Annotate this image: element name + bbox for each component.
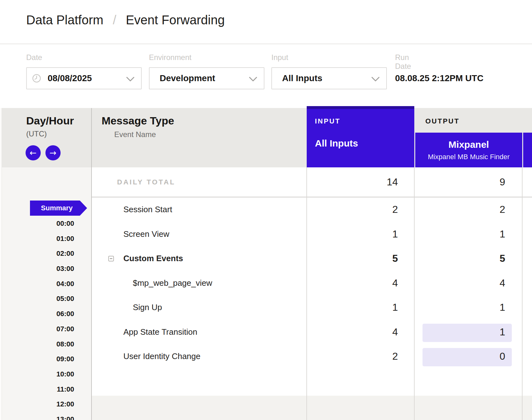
hour-label[interactable]: 10:00 xyxy=(0,367,74,382)
input-filter-label: Input xyxy=(271,53,288,62)
row-output-value: 1 xyxy=(436,295,505,320)
filter-bar: Date 08/08/2025 Environment Development xyxy=(0,44,532,108)
hour-label[interactable]: 13:00 xyxy=(0,412,74,420)
output-column-header-mixpanel[interactable]: Mixpanel Mixpanel MB Music Finder xyxy=(415,133,522,167)
row-output-value: 1 xyxy=(436,222,505,247)
daily-total-row: DAILY TOTAL 14 9 xyxy=(0,167,532,197)
row-output-value: 1 xyxy=(436,320,505,345)
date-select[interactable]: 08/08/2025 xyxy=(26,67,142,89)
table-row: Session Start 2 2 xyxy=(0,197,532,222)
input-column-name: All Inputs xyxy=(315,138,414,149)
row-output-value: 2 xyxy=(436,197,505,222)
table-row: App State Transition 4 1 xyxy=(0,320,532,345)
table-row: $mp_web_page_view 4 4 xyxy=(0,271,532,296)
output-connection-name: Mixpanel MB Music Finder xyxy=(428,153,510,161)
table-row: Screen View 1 1 xyxy=(0,222,532,247)
environment-filter-label: Environment xyxy=(149,53,192,62)
row-input-value: 4 xyxy=(328,320,398,345)
breadcrumb: Data Platform / Event Forwarding xyxy=(0,0,532,44)
table-row-custom-events: Custom Events 5 5 xyxy=(0,246,532,271)
row-input-value: 2 xyxy=(328,344,398,369)
table-row: User Identity Change 2 0 xyxy=(0,344,532,369)
collapse-minus-icon[interactable] xyxy=(108,256,114,261)
row-input-value: 5 xyxy=(328,246,398,271)
input-value: All Inputs xyxy=(282,73,322,83)
table-row: Sign Up 1 1 xyxy=(0,295,532,320)
row-label: Sign Up xyxy=(133,295,162,320)
event-name-subheader: Event Name xyxy=(114,129,156,140)
input-column-header: INPUT All Inputs xyxy=(307,106,414,167)
date-filter-label: Date xyxy=(26,53,42,62)
event-forwarding-page: Data Platform / Event Forwarding Date 08… xyxy=(0,0,532,420)
day-hour-header: Day/Hour xyxy=(26,114,74,127)
next-output-column-partial xyxy=(523,133,532,167)
row-input-value: 1 xyxy=(328,295,398,320)
environment-value: Development xyxy=(160,73,215,83)
daily-total-label: DAILY TOTAL xyxy=(117,167,175,197)
day-hour-timezone: (UTC) xyxy=(26,129,47,139)
row-label: App State Transition xyxy=(123,320,197,345)
daily-total-input-value: 14 xyxy=(328,167,398,197)
input-group-label: INPUT xyxy=(315,117,414,125)
daily-total-output-value: 9 xyxy=(436,167,505,197)
row-input-value: 2 xyxy=(328,197,398,222)
table-header: Day/Hour (UTC) ← → Message Type Event Na… xyxy=(0,108,532,167)
hour-label[interactable]: 12:00 xyxy=(0,397,74,412)
chevron-down-icon xyxy=(249,77,257,82)
environment-select[interactable]: Development xyxy=(149,67,264,89)
input-select[interactable]: All Inputs xyxy=(271,67,387,89)
hour-label[interactable]: 11:00 xyxy=(0,382,74,397)
row-output-value: 5 xyxy=(436,246,505,271)
row-label: User Identity Change xyxy=(123,344,200,369)
table-footer-band xyxy=(92,396,532,420)
row-label: $mp_web_page_view xyxy=(133,271,212,296)
row-output-value: 0 xyxy=(436,344,505,369)
message-type-header: Message Type xyxy=(102,114,174,127)
column-divider xyxy=(306,167,307,420)
row-label: Custom Events xyxy=(123,246,183,271)
arrow-right-icon[interactable]: → xyxy=(45,145,61,160)
row-input-value: 1 xyxy=(328,222,398,247)
row-input-value: 4 xyxy=(328,271,398,296)
chevron-down-icon xyxy=(126,77,135,82)
page-title: Event Forwarding xyxy=(126,13,225,27)
row-label: Screen View xyxy=(123,222,169,247)
input-column-accent-strip xyxy=(307,106,414,109)
output-group-label: OUTPUT xyxy=(425,117,459,126)
output-column-name: Mixpanel xyxy=(448,139,489,150)
sidebar-divider xyxy=(91,108,92,420)
chevron-down-icon xyxy=(371,77,380,82)
row-output-value: 4 xyxy=(436,271,505,296)
date-value: 08/08/2025 xyxy=(48,73,92,83)
breadcrumb-separator: / xyxy=(113,13,116,27)
breadcrumb-parent[interactable]: Data Platform xyxy=(26,13,103,27)
row-label: Session Start xyxy=(123,197,172,222)
run-date-value: 08.08.25 2:12PM UTC xyxy=(395,67,483,89)
column-divider xyxy=(414,167,415,420)
message-rows: Session Start 2 2 Screen View 1 1 Custom… xyxy=(0,197,532,369)
arrow-left-icon[interactable]: ← xyxy=(26,145,41,160)
clock-icon xyxy=(32,74,41,83)
left-edge-line xyxy=(2,108,2,420)
column-divider xyxy=(522,167,523,420)
